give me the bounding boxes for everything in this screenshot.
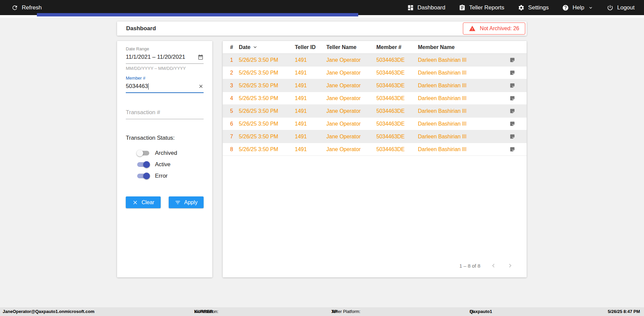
row-num: 8: [230, 146, 239, 152]
clear-button-label: Clear: [142, 199, 154, 206]
row-date: 5/26/25 3:50 PM: [239, 134, 295, 140]
filter-panel: Date Range 11/1/2021 – 11/20/2021 MM/DD/…: [117, 41, 212, 277]
page-prev-icon[interactable]: [490, 262, 497, 269]
dashboard-icon: [407, 4, 414, 11]
table-row[interactable]: 6 5/26/25 3:50 PM 1491 Jane Operator 503…: [223, 118, 527, 130]
row-teller-id: 1491: [295, 95, 326, 101]
page-next-icon[interactable]: [506, 262, 514, 269]
clear-button[interactable]: Clear: [126, 196, 161, 208]
note-icon[interactable]: [509, 83, 515, 88]
power-icon: [607, 4, 613, 11]
nav-dashboard-label: Dashboard: [418, 4, 445, 11]
refresh-icon: [11, 4, 18, 11]
row-note-cell: [504, 95, 520, 101]
transaction-number-input[interactable]: Transaction #: [126, 109, 204, 119]
date-range-label: Date Range: [126, 46, 204, 51]
clear-member-icon[interactable]: [198, 84, 204, 89]
apply-button-label: Apply: [184, 199, 198, 206]
row-teller-id: 1491: [295, 134, 326, 140]
row-teller-id: 1491: [295, 121, 326, 127]
row-date: 5/26/25 3:50 PM: [239, 95, 295, 101]
note-icon[interactable]: [509, 146, 515, 152]
row-teller-name: Jane Operator: [326, 146, 376, 152]
top-nav-right: Dashboard Teller Reports Settings Help L…: [407, 4, 635, 11]
col-header-date[interactable]: Date: [239, 44, 295, 50]
row-date: 5/26/25 3:50 PM: [239, 83, 295, 89]
row-num: 2: [230, 70, 239, 76]
pagination: 1 – 8 of 8: [459, 262, 514, 269]
toggle-error[interactable]: Error: [137, 170, 204, 182]
col-header-num[interactable]: #: [230, 44, 239, 50]
note-icon[interactable]: [509, 57, 515, 63]
chevron-down-icon: [588, 5, 593, 10]
row-member-name: Darleen Bashirian III: [418, 57, 504, 63]
not-archived-badge[interactable]: Not Archived: 26: [463, 22, 525, 35]
apply-button[interactable]: Apply: [169, 196, 204, 208]
table-row[interactable]: 3 5/26/25 3:50 PM 1491 Jane Operator 503…: [223, 79, 527, 92]
note-icon[interactable]: [509, 95, 515, 101]
row-teller-id: 1491: [295, 146, 326, 152]
row-teller-name: Jane Operator: [326, 134, 376, 140]
table-row[interactable]: 4 5/26/25 3:50 PM 1491 Jane Operator 503…: [223, 92, 527, 105]
table-row[interactable]: 1 5/26/25 3:50 PM 1491 Jane Operator 503…: [223, 54, 527, 66]
archived-switch-icon: [137, 150, 150, 156]
row-member-name: Darleen Bashirian III: [418, 70, 504, 76]
row-member-name: Darleen Bashirian III: [418, 108, 504, 114]
logged-in-user: JaneOperator@Qaxpauto1.onmicrosoft.com: [3, 307, 94, 316]
row-num: 3: [230, 83, 239, 89]
warning-triangle-icon: [469, 25, 476, 32]
col-header-teller-name[interactable]: Teller Name: [326, 44, 376, 50]
row-member-number: 5034463DE: [376, 83, 418, 89]
filter-actions: Clear Apply: [126, 196, 204, 208]
date-range-value: 11/1/2021 – 11/20/2021: [126, 54, 185, 60]
note-icon[interactable]: [509, 134, 515, 139]
nav-teller-reports[interactable]: Teller Reports: [459, 4, 504, 11]
page-title: Dashboard: [126, 25, 156, 32]
member-number-label: Member #: [126, 76, 204, 81]
col-header-teller-id[interactable]: Teller ID: [295, 44, 326, 50]
row-member-number: 5034463DE: [376, 146, 418, 152]
member-number-input[interactable]: 5034463: [126, 81, 204, 93]
row-num: 4: [230, 95, 239, 101]
table-row[interactable]: 7 5/26/25 3:50 PM 1491 Jane Operator 503…: [223, 130, 527, 143]
col-header-member[interactable]: Member #: [376, 44, 418, 50]
table-header-row: # Date Teller ID Teller Name Member # Me…: [223, 41, 527, 54]
loading-progress-bar: [37, 13, 358, 16]
table-row[interactable]: 5 5/26/25 3:50 PM 1491 Jane Operator 503…: [223, 105, 527, 118]
date-range-hint: MM/DD/YYYY – MM/DD/YYYY: [126, 66, 204, 71]
page-header-card: Dashboard Not Archived: 26: [117, 21, 527, 36]
nav-dashboard[interactable]: Dashboard: [407, 4, 445, 11]
status-datetime: 5/26/25 8:47 PM: [608, 307, 640, 316]
transaction-number-placeholder: Transaction #: [126, 109, 160, 116]
row-teller-name: Jane Operator: [326, 95, 376, 101]
calendar-icon[interactable]: [198, 54, 204, 60]
results-table-card: # Date Teller ID Teller Name Member # Me…: [223, 41, 527, 277]
nav-logout[interactable]: Logout: [607, 4, 635, 11]
row-member-number: 5034463DE: [376, 108, 418, 114]
nav-settings[interactable]: Settings: [518, 4, 549, 11]
row-date: 5/26/25 3:50 PM: [239, 70, 295, 76]
row-note-cell: [504, 57, 520, 63]
nav-help[interactable]: Help: [562, 4, 593, 11]
table-row[interactable]: 2 5/26/25 3:50 PM 1491 Jane Operator 503…: [223, 66, 527, 79]
status-toggles: Archived Active Error: [137, 147, 204, 182]
toggle-archived-label: Archived: [155, 150, 177, 156]
row-teller-name: Jane Operator: [326, 70, 376, 76]
row-note-cell: [504, 83, 520, 88]
row-note-cell: [504, 146, 520, 152]
refresh-button[interactable]: Refresh: [11, 4, 42, 11]
row-member-name: Darleen Bashirian III: [418, 95, 504, 101]
note-icon[interactable]: [509, 108, 515, 114]
table-row[interactable]: 8 5/26/25 3:50 PM 1491 Jane Operator 503…: [223, 143, 527, 156]
not-archived-label: Not Archived: 26: [480, 26, 519, 32]
note-icon[interactable]: [509, 121, 515, 127]
date-range-input[interactable]: 11/1/2021 – 11/20/2021: [126, 52, 204, 64]
row-teller-name: Jane Operator: [326, 57, 376, 63]
row-member-number: 5034463DE: [376, 121, 418, 127]
toggle-error-label: Error: [155, 173, 168, 179]
col-header-member-name[interactable]: Member Name: [418, 44, 504, 50]
note-icon[interactable]: [509, 70, 515, 76]
nav-teller-reports-label: Teller Reports: [469, 4, 504, 11]
toggle-active[interactable]: Active: [137, 159, 204, 170]
toggle-archived[interactable]: Archived: [137, 147, 204, 159]
